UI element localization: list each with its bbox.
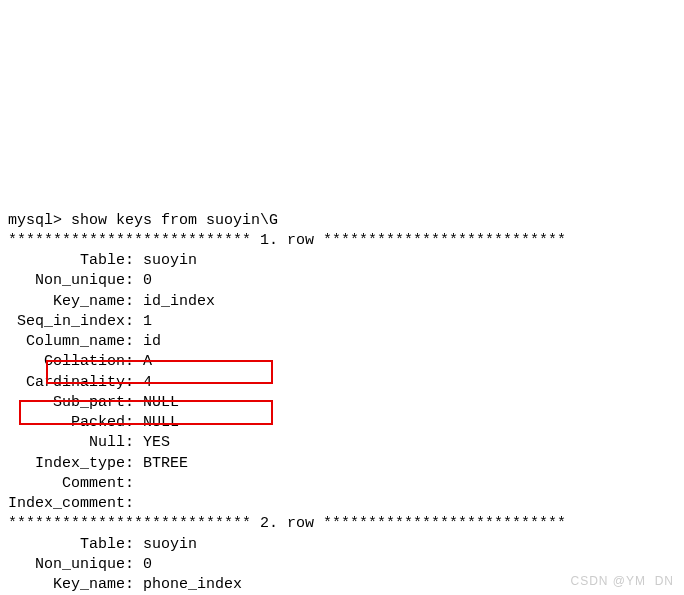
watermark: CSDN @YM DN bbox=[570, 573, 674, 589]
terminal-output: mysql> show keys from suoyin\G *********… bbox=[8, 211, 676, 596]
